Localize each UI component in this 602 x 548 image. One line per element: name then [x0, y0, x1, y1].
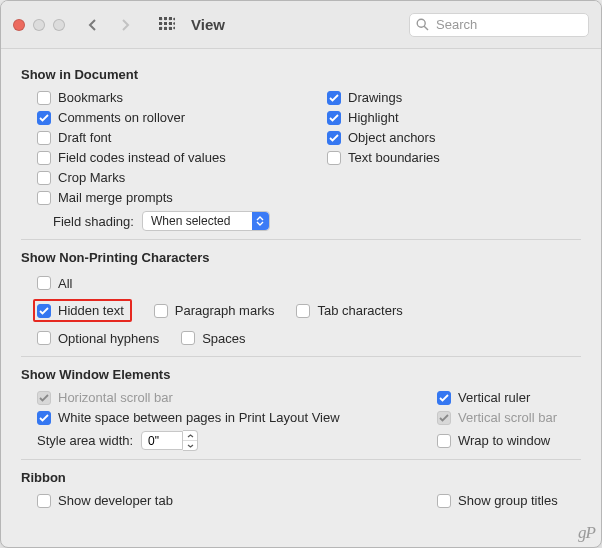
- stepper-down-icon[interactable]: [183, 441, 197, 450]
- checkbox-drawings[interactable]: Drawings: [327, 90, 581, 105]
- checkbox-label: Vertical ruler: [458, 390, 530, 405]
- style-area-label: Style area width:: [37, 433, 133, 448]
- style-area-stepper[interactable]: [141, 430, 198, 451]
- checkbox-label: All: [58, 276, 72, 291]
- back-button[interactable]: [81, 13, 105, 37]
- stepper-up-icon[interactable]: [183, 431, 197, 441]
- checkbox-label: Spaces: [202, 331, 245, 346]
- checkbox-label: Drawings: [348, 90, 402, 105]
- divider: [21, 459, 581, 460]
- section-title: Show in Document: [21, 67, 581, 82]
- close-window-button[interactable]: [13, 19, 25, 31]
- checkbox-label: Horizontal scroll bar: [58, 390, 173, 405]
- section-non-printing: Show Non-Printing Characters All Hidden …: [21, 250, 581, 348]
- checkbox-show-developer[interactable]: Show developer tab: [37, 493, 437, 508]
- checkbox-wrap-to-window[interactable]: Wrap to window: [437, 433, 581, 448]
- checkbox-draft-font[interactable]: Draft font: [37, 130, 311, 145]
- checkbox-text-boundaries[interactable]: Text boundaries: [327, 150, 581, 165]
- zoom-window-button[interactable]: [53, 19, 65, 31]
- preferences-window: View Show in Document BookmarksComments …: [0, 0, 602, 548]
- search-icon: [416, 18, 429, 31]
- checkbox-vertical-scroll: Vertical scroll bar: [437, 410, 581, 425]
- field-shading-label: Field shading:: [53, 214, 134, 229]
- checkbox-comments-on-rollover[interactable]: Comments on rollover: [37, 110, 311, 125]
- checkbox-label: Show developer tab: [58, 493, 173, 508]
- checkbox-bookmarks[interactable]: Bookmarks: [37, 90, 311, 105]
- window-controls: [13, 19, 65, 31]
- svg-point-18: [173, 22, 175, 25]
- checkbox-label: White space between pages in Print Layou…: [58, 410, 340, 425]
- section-title: Ribbon: [21, 470, 581, 485]
- svg-point-14: [173, 17, 175, 20]
- svg-point-11: [160, 17, 163, 20]
- stepper-buttons[interactable]: [183, 430, 198, 451]
- preferences-body: Show in Document BookmarksComments on ro…: [1, 49, 601, 522]
- checkbox-label: Bookmarks: [58, 90, 123, 105]
- checkbox-tab-characters[interactable]: Tab characters: [296, 303, 402, 318]
- checkbox-horizontal-scroll: Horizontal scroll bar: [37, 390, 437, 405]
- svg-line-24: [424, 26, 428, 30]
- svg-point-19: [160, 26, 163, 29]
- checkbox-label: Text boundaries: [348, 150, 440, 165]
- svg-point-17: [169, 22, 172, 25]
- checkbox-label: Comments on rollover: [58, 110, 185, 125]
- checkbox-all[interactable]: All: [37, 276, 72, 291]
- checkbox-white-space[interactable]: White space between pages in Print Layou…: [37, 410, 437, 425]
- checkbox-label: Mail merge prompts: [58, 190, 173, 205]
- svg-point-20: [164, 26, 167, 29]
- checkbox-mail-merge-prompts[interactable]: Mail merge prompts: [37, 190, 311, 205]
- checkbox-paragraph-marks[interactable]: Paragraph marks: [154, 303, 275, 318]
- checkbox-label: Hidden text: [58, 303, 124, 318]
- checkbox-label: Paragraph marks: [175, 303, 275, 318]
- divider: [21, 239, 581, 240]
- checkbox-label: Crop Marks: [58, 170, 125, 185]
- checkbox-object-anchors[interactable]: Object anchors: [327, 130, 581, 145]
- style-area-input[interactable]: [141, 431, 183, 450]
- field-shading-select[interactable]: When selected: [142, 211, 270, 231]
- minimize-window-button[interactable]: [33, 19, 45, 31]
- watermark: gP: [578, 523, 595, 543]
- field-shading-value: When selected: [151, 214, 252, 228]
- select-stepper-icon: [252, 212, 269, 230]
- svg-point-22: [173, 26, 175, 29]
- search-input[interactable]: [434, 16, 582, 33]
- checkbox-label: Tab characters: [317, 303, 402, 318]
- show-all-icon[interactable]: [157, 15, 177, 35]
- forward-button[interactable]: [113, 13, 137, 37]
- checkbox-vertical-ruler[interactable]: Vertical ruler: [437, 390, 581, 405]
- toolbar-title: View: [191, 16, 225, 33]
- section-window-elements: Show Window Elements Horizontal scroll b…: [21, 367, 581, 451]
- checkbox-label: Object anchors: [348, 130, 435, 145]
- checkbox-field-codes-instead-of-values[interactable]: Field codes instead of values: [37, 150, 311, 165]
- svg-point-23: [417, 19, 425, 27]
- section-title: Show Non-Printing Characters: [21, 250, 581, 265]
- checkbox-hidden-text[interactable]: Hidden text: [37, 303, 124, 318]
- svg-point-12: [164, 17, 167, 20]
- checkbox-label: Vertical scroll bar: [458, 410, 557, 425]
- checkbox-optional-hyphens[interactable]: Optional hyphens: [37, 331, 159, 346]
- checkbox-spaces[interactable]: Spaces: [181, 331, 245, 346]
- highlighted-checkbox: Hidden text: [33, 299, 132, 322]
- checkbox-crop-marks[interactable]: Crop Marks: [37, 170, 311, 185]
- toolbar: View: [1, 1, 601, 49]
- checkbox-label: Wrap to window: [458, 433, 550, 448]
- svg-point-16: [164, 22, 167, 25]
- search-field[interactable]: [409, 13, 589, 37]
- section-ribbon: Ribbon Show developer tab Show group tit…: [21, 470, 581, 508]
- section-title: Show Window Elements: [21, 367, 581, 382]
- divider: [21, 356, 581, 357]
- checkbox-label: Highlight: [348, 110, 399, 125]
- checkbox-label: Show group titles: [458, 493, 558, 508]
- checkbox-label: Field codes instead of values: [58, 150, 226, 165]
- checkbox-show-group-titles[interactable]: Show group titles: [437, 493, 581, 508]
- svg-point-13: [169, 17, 172, 20]
- svg-point-21: [169, 26, 172, 29]
- checkbox-highlight[interactable]: Highlight: [327, 110, 581, 125]
- checkbox-label: Optional hyphens: [58, 331, 159, 346]
- checkbox-label: Draft font: [58, 130, 111, 145]
- svg-point-15: [160, 22, 163, 25]
- section-show-in-document: Show in Document BookmarksComments on ro…: [21, 67, 581, 231]
